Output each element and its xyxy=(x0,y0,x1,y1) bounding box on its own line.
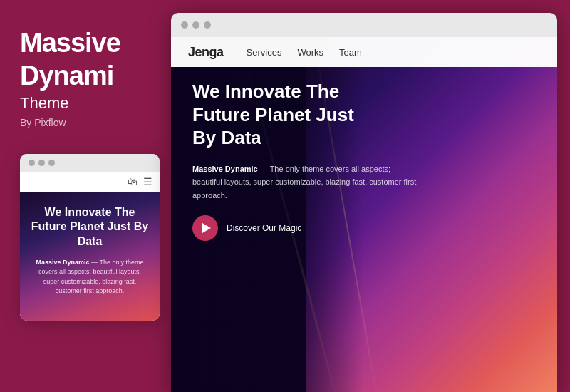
cta-row: Discover Our Magic xyxy=(192,215,420,241)
hero-heading: We Innovate The Future Planet Just By Da… xyxy=(192,80,420,150)
theme-subtitle: Theme xyxy=(20,94,68,113)
nav-links: Services Works Team xyxy=(247,46,362,58)
nav-item-works[interactable]: Works xyxy=(297,46,323,58)
bag-icon: 🛍 xyxy=(128,176,138,187)
theme-by: By Pixflow xyxy=(20,117,66,128)
theme-title: Massive Dynami xyxy=(20,29,120,94)
mobile-hero-desc: Massive Dynamic — The only theme covers … xyxy=(30,258,150,296)
mobile-preview-card: 🛍 ☰ We Innovate The Future Planet Just B… xyxy=(20,154,160,321)
nav-item-team[interactable]: Team xyxy=(339,46,362,58)
dot-3 xyxy=(48,160,55,166)
mobile-hero-title: We Innovate The Future Planet Just By Da… xyxy=(30,205,150,249)
dot-1 xyxy=(28,160,35,166)
mobile-titlebar xyxy=(20,154,160,172)
mobile-content: We Innovate The Future Planet Just By Da… xyxy=(20,192,160,321)
browser-content: Jenga Services Works Team We Innovate Th… xyxy=(171,37,557,392)
browser-dot-1 xyxy=(181,21,188,29)
nav-item-services[interactable]: Services xyxy=(247,46,282,58)
hero-content: We Innovate The Future Planet Just By Da… xyxy=(192,80,420,241)
browser-dot-2 xyxy=(192,21,200,29)
browser-mockup: Jenga Services Works Team We Innovate Th… xyxy=(171,13,557,392)
browser-titlebar xyxy=(171,13,557,37)
site-logo: Jenga xyxy=(188,45,224,60)
left-panel: Massive Dynami Theme By Pixflow 🛍 ☰ We I… xyxy=(0,0,171,392)
browser-dot-3 xyxy=(204,21,211,29)
cta-link[interactable]: Discover Our Magic xyxy=(227,223,301,233)
mobile-nav: 🛍 ☰ xyxy=(20,172,160,192)
dot-2 xyxy=(38,160,45,166)
hero-description: Massive Dynamic — The only theme covers … xyxy=(192,163,420,202)
play-button[interactable] xyxy=(192,215,218,241)
menu-icon: ☰ xyxy=(143,176,152,187)
site-nav: Jenga Services Works Team xyxy=(171,37,557,67)
